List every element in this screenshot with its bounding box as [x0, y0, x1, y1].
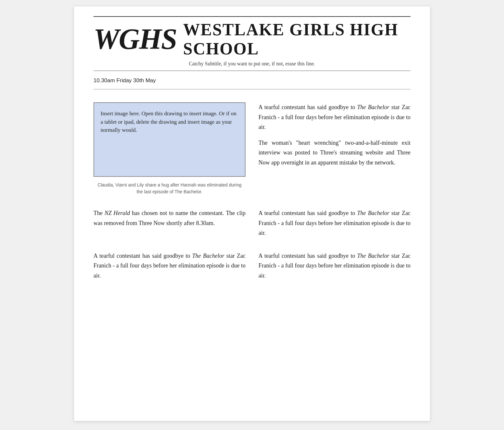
article-bottom2-left: A tearful contestant has said goodbye to…: [93, 251, 246, 281]
right-column: A tearful contestant has said goodbye to…: [258, 102, 411, 195]
sub-divider: [93, 89, 411, 89]
article-bottom2-right: A tearful contestant has said goodbye to…: [258, 251, 411, 281]
header-top: WGHS Westlake Girls High School: [93, 20, 411, 58]
page: WGHS Westlake Girls High School Catchy S…: [74, 6, 430, 421]
image-placeholder-text: Insert image here. Open this drawing to …: [101, 109, 238, 134]
subtitle: Catchy Subtitle, if you want to put one,…: [189, 61, 315, 67]
header-divider: [93, 71, 411, 71]
image-caption: Claudia, Viarni and Lily share a hug aft…: [93, 182, 246, 195]
left-column: Insert image here. Open this drawing to …: [93, 102, 246, 195]
section-three: A tearful contestant has said goodbye to…: [93, 251, 411, 281]
header: WGHS Westlake Girls High School Catchy S…: [93, 16, 411, 99]
content-top: Insert image here. Open this drawing to …: [93, 102, 411, 195]
school-name: Westlake Girls High School: [183, 20, 411, 58]
dateline: 10.30am Friday 30th May: [93, 75, 156, 86]
article-right-middle: The woman's "heart wrenching" two-and-a-…: [258, 138, 411, 168]
article-bottom-left: The NZ Herald has chosen not to name the…: [93, 208, 246, 238]
article-right-top: A tearful contestant has said goodbye to…: [258, 102, 411, 132]
section-two: The NZ Herald has chosen not to name the…: [93, 208, 411, 238]
image-placeholder: Insert image here. Open this drawing to …: [93, 102, 246, 177]
logo: WGHS: [93, 25, 177, 54]
article-bottom-right: A tearful contestant has said goodbye to…: [258, 208, 411, 238]
